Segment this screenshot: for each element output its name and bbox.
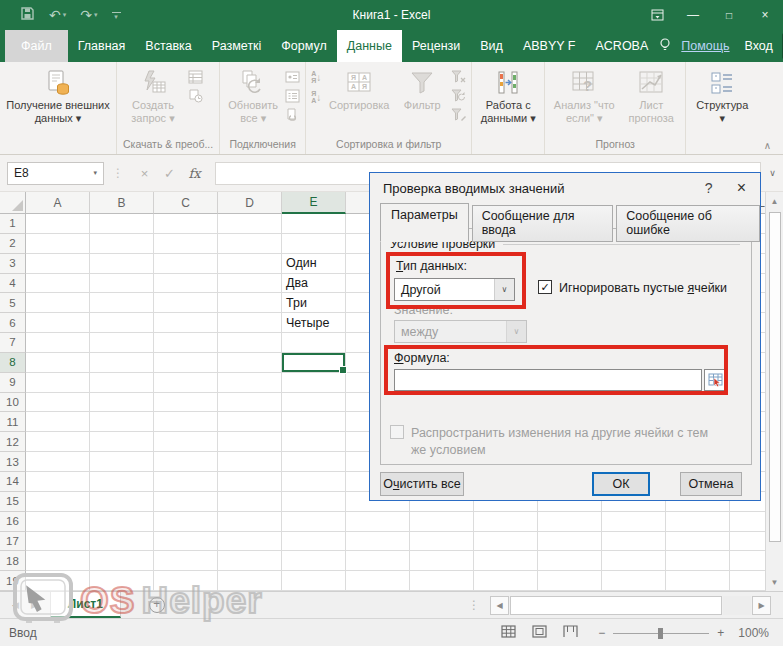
cell-A15[interactable] bbox=[26, 492, 90, 512]
cell-A12[interactable] bbox=[26, 432, 90, 452]
tab-file[interactable]: Файл bbox=[5, 30, 68, 62]
cell-A19[interactable] bbox=[26, 571, 90, 591]
group-label-sort-filter[interactable]: Сортировка и фильтр bbox=[306, 137, 471, 154]
maximize-button[interactable]: □ bbox=[711, 0, 747, 30]
cell-B4[interactable] bbox=[90, 274, 154, 294]
cell-A1[interactable] bbox=[26, 214, 90, 234]
collapse-ribbon-button[interactable]: ∧ bbox=[764, 140, 771, 151]
cell-D6[interactable] bbox=[218, 313, 282, 333]
redo-caret-icon[interactable]: ▾ bbox=[94, 11, 98, 19]
cell-B2[interactable] bbox=[90, 234, 154, 254]
cell-G18[interactable] bbox=[410, 551, 474, 571]
cell-E18[interactable] bbox=[282, 551, 346, 571]
cell-H19[interactable] bbox=[474, 571, 538, 591]
cell-B5[interactable] bbox=[90, 293, 154, 313]
cell-D19[interactable] bbox=[218, 571, 282, 591]
cell-E17[interactable] bbox=[282, 532, 346, 552]
dialog-help-icon[interactable]: ? bbox=[689, 180, 729, 196]
data-type-combobox[interactable]: Другой ∨ bbox=[394, 278, 515, 301]
row-header-7[interactable]: 7 bbox=[0, 333, 26, 353]
close-button[interactable]: × bbox=[747, 0, 783, 30]
cell-A6[interactable] bbox=[26, 313, 90, 333]
name-box-caret-icon[interactable]: ▾ bbox=[93, 169, 97, 177]
tab-Вставка[interactable]: Вставка bbox=[135, 30, 201, 62]
cell-A8[interactable] bbox=[26, 353, 90, 373]
cell-B10[interactable] bbox=[90, 393, 154, 413]
cell-C14[interactable] bbox=[154, 472, 218, 492]
cell-D14[interactable] bbox=[218, 472, 282, 492]
cell-F17[interactable] bbox=[346, 532, 410, 552]
cell-D11[interactable] bbox=[218, 412, 282, 432]
scroll-down-icon[interactable]: ▼ bbox=[766, 573, 783, 591]
tab-ABBYY F[interactable]: ABBYY F bbox=[513, 30, 586, 62]
cell-C11[interactable] bbox=[154, 412, 218, 432]
cell-J16[interactable] bbox=[602, 512, 666, 532]
cell-B14[interactable] bbox=[90, 472, 154, 492]
cell-A9[interactable] bbox=[26, 373, 90, 393]
zoom-in-icon[interactable]: + bbox=[717, 626, 724, 640]
cell-E7[interactable] bbox=[282, 333, 346, 353]
get-external-data-button[interactable]: Получение внешних данных ▾ bbox=[3, 64, 113, 125]
cell-E19[interactable] bbox=[282, 571, 346, 591]
scroll-up-icon[interactable]: ▲ bbox=[766, 192, 783, 210]
cell-K16[interactable] bbox=[666, 512, 730, 532]
combo-chevron-icon[interactable]: ∨ bbox=[494, 279, 514, 300]
normal-view-icon[interactable] bbox=[501, 625, 516, 641]
cell-A3[interactable] bbox=[26, 254, 90, 274]
cell-D13[interactable] bbox=[218, 452, 282, 472]
row-header-13[interactable]: 13 bbox=[0, 452, 26, 472]
cell-A7[interactable] bbox=[26, 333, 90, 353]
cell-E1[interactable] bbox=[282, 214, 346, 234]
cell-C4[interactable] bbox=[154, 274, 218, 294]
help-label[interactable]: Помощь bbox=[681, 39, 729, 53]
cell-B17[interactable] bbox=[90, 532, 154, 552]
cell-L17[interactable] bbox=[730, 532, 765, 552]
cell-D16[interactable] bbox=[218, 512, 282, 532]
cell-I17[interactable] bbox=[538, 532, 602, 552]
new-sheet-button[interactable]: + bbox=[149, 592, 165, 618]
cell-H17[interactable] bbox=[474, 532, 538, 552]
row-header-1[interactable]: 1 bbox=[0, 214, 26, 234]
cell-C13[interactable] bbox=[154, 452, 218, 472]
tab-Рецензи[interactable]: Рецензи bbox=[402, 30, 470, 62]
vertical-scroll-thumb[interactable] bbox=[769, 212, 781, 542]
cell-D7[interactable] bbox=[218, 333, 282, 353]
cell-E16[interactable] bbox=[282, 512, 346, 532]
prev-sheet-icon[interactable]: ◀ bbox=[12, 600, 19, 610]
cell-I18[interactable] bbox=[538, 551, 602, 571]
next-sheet-icon[interactable]: ▶ bbox=[31, 600, 38, 610]
zoom-out-icon[interactable]: − bbox=[598, 626, 605, 640]
cell-B3[interactable] bbox=[90, 254, 154, 274]
cell-L18[interactable] bbox=[730, 551, 765, 571]
sheet-tab-list1[interactable]: Лист1 bbox=[50, 592, 121, 618]
dialog-tab-settings[interactable]: Параметры bbox=[380, 203, 469, 242]
cell-L19[interactable] bbox=[730, 571, 765, 591]
cell-A4[interactable] bbox=[26, 274, 90, 294]
tab-Данные[interactable]: Данные bbox=[337, 30, 402, 62]
outline-button[interactable]: Структура▾ bbox=[689, 64, 755, 125]
ok-button[interactable]: ОК bbox=[592, 472, 650, 496]
cell-I16[interactable] bbox=[538, 512, 602, 532]
zoom-slider[interactable] bbox=[613, 627, 709, 639]
page-layout-view-icon[interactable] bbox=[532, 625, 547, 641]
cell-K17[interactable] bbox=[666, 532, 730, 552]
cell-A14[interactable] bbox=[26, 472, 90, 492]
cell-E2[interactable] bbox=[282, 234, 346, 254]
tab-scroll-splitter[interactable]: ⋮ bbox=[468, 592, 490, 618]
cell-E10[interactable] bbox=[282, 393, 346, 413]
group-label-forecast[interactable]: Прогноз bbox=[545, 137, 685, 154]
cell-E8[interactable] bbox=[282, 353, 346, 373]
row-header-6[interactable]: 6 bbox=[0, 313, 26, 333]
cell-K18[interactable] bbox=[666, 551, 730, 571]
row-header-14[interactable]: 14 bbox=[0, 472, 26, 492]
cell-E3[interactable]: Один bbox=[282, 254, 346, 274]
range-picker-button[interactable] bbox=[704, 369, 726, 391]
row-header-16[interactable]: 16 bbox=[0, 512, 26, 532]
cell-C7[interactable] bbox=[154, 333, 218, 353]
minimize-button[interactable]: — bbox=[675, 0, 711, 30]
cell-K19[interactable] bbox=[666, 571, 730, 591]
cell-D3[interactable] bbox=[218, 254, 282, 274]
row-header-2[interactable]: 2 bbox=[0, 234, 26, 254]
row-header-10[interactable]: 10 bbox=[0, 393, 26, 413]
cell-D5[interactable] bbox=[218, 293, 282, 313]
